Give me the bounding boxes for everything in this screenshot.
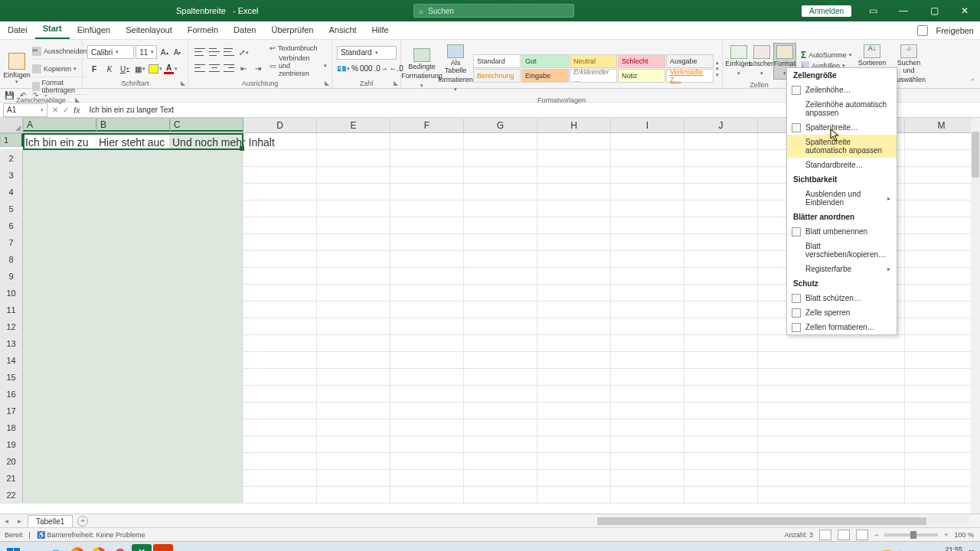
cell[interactable] — [611, 403, 684, 419]
cell[interactable] — [23, 251, 96, 267]
cell[interactable] — [317, 403, 390, 419]
cell[interactable] — [23, 150, 96, 166]
cell[interactable] — [96, 487, 170, 503]
menu-autofit-column[interactable]: Spaltenbreite automatisch anpassen — [787, 135, 897, 158]
accounting-button[interactable]: 💶 — [337, 62, 350, 76]
cell[interactable] — [390, 403, 464, 419]
fill-color-button[interactable] — [149, 62, 162, 76]
cell[interactable] — [390, 251, 464, 267]
cell[interactable] — [905, 386, 978, 402]
cell[interactable] — [905, 352, 978, 368]
cell[interactable] — [96, 352, 170, 368]
insert-cells-button[interactable]: Einfügen — [727, 44, 750, 79]
cell[interactable] — [537, 285, 611, 301]
menu-autofit-row[interactable]: Zeilenhöhe automatisch anpassen — [787, 97, 897, 120]
cell[interactable] — [96, 403, 170, 419]
cell[interactable] — [905, 150, 978, 166]
cell[interactable] — [243, 217, 317, 233]
cell[interactable] — [537, 217, 611, 233]
cell[interactable] — [96, 268, 170, 284]
close-button[interactable]: ✕ — [949, 0, 980, 21]
delete-cells-button[interactable]: Löschen — [750, 44, 773, 79]
align-top-button[interactable] — [193, 46, 207, 58]
row-header[interactable]: 22 — [0, 487, 23, 503]
cell[interactable] — [390, 352, 464, 368]
cell[interactable] — [611, 470, 684, 486]
row-header[interactable]: 14 — [0, 352, 23, 368]
row-header[interactable]: 17 — [0, 403, 23, 419]
signin-button[interactable]: Anmelden — [802, 5, 851, 17]
grow-font-button[interactable]: A▴ — [158, 45, 170, 59]
increase-decimal-button[interactable]: .0→ — [374, 62, 388, 76]
cell[interactable] — [23, 302, 96, 318]
excel-taskbar-icon[interactable]: X — [132, 544, 152, 551]
cell[interactable] — [758, 352, 905, 368]
cell[interactable] — [611, 251, 684, 267]
cell[interactable] — [905, 318, 978, 334]
cell[interactable] — [317, 285, 390, 301]
cell[interactable] — [390, 150, 464, 166]
align-right-button[interactable] — [222, 62, 236, 74]
cell[interactable] — [170, 436, 243, 452]
fx-icon[interactable]: fx — [74, 106, 80, 115]
cell[interactable] — [464, 302, 537, 318]
cell[interactable] — [905, 487, 978, 503]
cell[interactable] — [390, 487, 464, 503]
cell[interactable] — [537, 403, 611, 419]
cell[interactable]: Hier steht auc — [96, 133, 170, 149]
dialog-launcher-icon[interactable]: ◣ — [75, 96, 80, 103]
row-header[interactable]: 21 — [0, 470, 23, 486]
cell[interactable] — [684, 419, 758, 435]
cell[interactable] — [96, 369, 170, 385]
cell[interactable] — [317, 419, 390, 435]
row-header[interactable]: 6 — [0, 217, 23, 233]
cell[interactable] — [611, 285, 684, 301]
row-header[interactable]: 7 — [0, 234, 23, 250]
sheet-tab[interactable]: Tabelle1 — [28, 515, 73, 527]
cell[interactable] — [317, 251, 390, 267]
cell[interactable] — [684, 268, 758, 284]
start-button[interactable] — [3, 544, 23, 551]
cell[interactable] — [611, 487, 684, 503]
col-header-C[interactable]: C — [170, 118, 243, 132]
font-name-select[interactable]: Calibri — [87, 45, 134, 59]
style-standard[interactable]: Standard — [473, 54, 521, 68]
cell[interactable] — [390, 436, 464, 452]
align-bottom-button[interactable] — [222, 46, 236, 58]
cell[interactable] — [170, 453, 243, 469]
orientation-button[interactable]: ⤢ — [237, 46, 250, 60]
cell[interactable] — [684, 285, 758, 301]
cell[interactable] — [905, 184, 978, 200]
cell[interactable] — [243, 403, 317, 419]
cell[interactable] — [243, 487, 317, 503]
tab-start[interactable]: Start — [35, 21, 70, 39]
cell[interactable] — [537, 436, 611, 452]
tab-einfuegen[interactable]: Einfügen — [70, 22, 118, 39]
zoom-level[interactable]: 100 % — [954, 531, 974, 539]
row-header[interactable]: 10 — [0, 285, 23, 301]
cell[interactable] — [317, 386, 390, 402]
tab-hilfe[interactable]: Hilfe — [364, 22, 397, 39]
cell[interactable] — [611, 436, 684, 452]
cell[interactable] — [905, 201, 978, 217]
cell[interactable] — [23, 403, 96, 419]
cell[interactable] — [170, 369, 243, 385]
cell[interactable] — [96, 201, 170, 217]
row-header[interactable]: 12 — [0, 318, 23, 334]
tab-seitenlayout[interactable]: Seitenlayout — [118, 22, 180, 39]
cell[interactable] — [243, 302, 317, 318]
row-header[interactable]: 15 — [0, 369, 23, 385]
cut-button[interactable]: ✂Ausschneiden — [32, 43, 87, 60]
cell[interactable] — [684, 318, 758, 334]
sheet-nav-prev[interactable]: ◂ — [0, 517, 13, 525]
style-erklaerender[interactable]: Erklärender … — [570, 69, 617, 83]
row-header[interactable]: 20 — [0, 453, 23, 469]
cell[interactable] — [611, 419, 684, 435]
style-berechnung[interactable]: Berechnung — [473, 69, 521, 83]
select-all[interactable] — [0, 118, 23, 132]
cell[interactable] — [611, 302, 684, 318]
cell[interactable] — [317, 217, 390, 233]
cell[interactable] — [464, 352, 537, 368]
row-header[interactable]: 16 — [0, 386, 23, 402]
cell[interactable] — [684, 386, 758, 402]
